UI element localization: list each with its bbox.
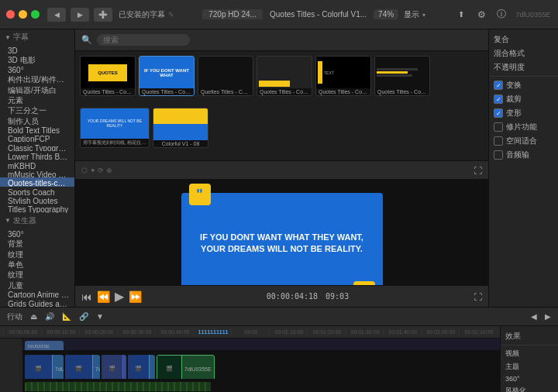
sidebar-item-titles-typo[interactable]: Titles Typography bbox=[0, 204, 74, 212]
info-icon[interactable]: ⓘ bbox=[494, 8, 509, 22]
video-clip-1[interactable]: 🎬 7dU03S5E bbox=[25, 355, 64, 380]
sidebar-item-credits[interactable]: 制作人员 bbox=[0, 115, 74, 125]
timeline-more-btn[interactable]: ▼ bbox=[94, 311, 106, 322]
timeline-audio-btn[interactable]: 🔊 bbox=[43, 311, 57, 322]
thumb-preview-06 bbox=[375, 57, 429, 88]
view-label[interactable]: 显示 bbox=[404, 10, 419, 19]
fullscreen-button[interactable]: ⛶ bbox=[474, 292, 482, 301]
title-clip-1[interactable]: 7dU03S5E bbox=[25, 341, 64, 351]
timeline-action-btn[interactable]: 行动 bbox=[5, 311, 25, 323]
sidebar-item-classic[interactable]: Classic Typography bbox=[0, 143, 74, 151]
thumbnail-06[interactable]: Quotes Titles - Colorful V1 - 06 bbox=[374, 56, 430, 96]
sidebar-item-kids[interactable]: 儿童 bbox=[0, 279, 74, 289]
settings-icon[interactable]: ⚙ bbox=[474, 8, 489, 22]
video-clip-2[interactable]: 🎬 7dU03S5E bbox=[65, 355, 100, 380]
maximize-button[interactable] bbox=[31, 10, 40, 19]
ruler-marks: 00:00:00:00 00:00:10:00 00:00:20:00 00:0… bbox=[3, 329, 497, 335]
quote-mark-top: " bbox=[189, 184, 211, 205]
step-forward-button[interactable]: ⏩ bbox=[129, 291, 142, 303]
search-input[interactable] bbox=[97, 34, 190, 46]
sidebar-item-mkbhd[interactable]: mKBHD bbox=[0, 160, 74, 169]
grade-checkbox[interactable] bbox=[494, 122, 503, 132]
browser-toolbar: 🔍 bbox=[75, 29, 488, 51]
clip-label-main: 7dlU0355E bbox=[182, 366, 214, 372]
bottom-main: 00:00:00:00 00:00:10:00 00:00:20:00 00:0… bbox=[0, 326, 558, 392]
timeline-nav-left[interactable]: ◀ bbox=[529, 311, 539, 322]
thumbnail-02[interactable]: IF YOU DONT WANT WHAT Quotes Titles - Co… bbox=[139, 56, 195, 96]
thumbnail-07[interactable]: YOUR DREAMS WILL NOT BE REALITY 用字幕预览到时间… bbox=[80, 108, 150, 148]
audio-checkbox[interactable] bbox=[494, 150, 503, 160]
right-item-transform[interactable]: 变换 bbox=[489, 78, 558, 92]
step-back-button[interactable]: ⏪ bbox=[97, 291, 110, 303]
browser-area: 🔍 QUOTES Quotes Titles - Colorful V1 - 0… bbox=[75, 29, 488, 161]
thumbnail-08[interactable]: Colorful V1 - 08 bbox=[153, 108, 208, 148]
right-item-grade[interactable]: 修片功能 bbox=[489, 120, 558, 134]
transform-checkbox[interactable] bbox=[494, 81, 503, 90]
right-item-blend[interactable]: 混合格式 bbox=[489, 46, 558, 60]
share-icon[interactable]: ⬆ bbox=[453, 8, 469, 22]
sidebar-item-mmusic[interactable]: mMusic Video Titles bbox=[0, 169, 74, 177]
effects-item-style[interactable]: 风格化 bbox=[501, 384, 558, 392]
sidebar-item-stylish[interactable]: Stylish Quotes bbox=[0, 195, 74, 204]
add-icon[interactable]: ✚ bbox=[94, 8, 112, 22]
sidebar-item-solid[interactable]: 单色 bbox=[0, 258, 74, 268]
top-right-icons: ⬆ ⚙ ⓘ 7dlU0355E bbox=[453, 8, 552, 22]
thumbnail-04[interactable]: Quotes Titles - Colorful V1 - 04 bbox=[257, 56, 312, 96]
effects-item-360[interactable]: 360° bbox=[501, 373, 558, 384]
audio-clip-1[interactable] bbox=[25, 382, 211, 392]
sidebar-item-360[interactable]: 360° bbox=[0, 64, 74, 73]
close-button[interactable] bbox=[6, 10, 15, 19]
sidebar-item-quotes-colorful[interactable]: Quotes-titles-colorful bbox=[0, 177, 74, 186]
sidebar-item-cartoon[interactable]: Cartoon Anime Liquid... bbox=[0, 289, 74, 297]
arrow-right-icon[interactable]: ▶ bbox=[71, 8, 89, 22]
sidebar-item-sports[interactable]: Sports Coach bbox=[0, 187, 74, 195]
play-button[interactable]: ▶ bbox=[115, 289, 124, 304]
timeline-nav-right[interactable]: ▶ bbox=[542, 311, 553, 322]
thumbnail-01[interactable]: QUOTES Quotes Titles - Colorful V1 - 01 bbox=[80, 56, 136, 96]
sidebar-item-texture1[interactable]: 纹理 bbox=[0, 248, 74, 258]
sidebar-section-titles[interactable]: ▼ 字幕 bbox=[0, 29, 74, 45]
minimize-button[interactable] bbox=[19, 10, 27, 19]
preview-zoom-icon[interactable]: ⛶ bbox=[474, 166, 482, 175]
right-item-audio[interactable]: 音频输 bbox=[489, 148, 558, 162]
right-item-opacity[interactable]: 不透明度 bbox=[489, 60, 558, 74]
sidebar-item-3d[interactable]: 3D bbox=[0, 45, 74, 53]
video-clip-3[interactable]: 🎬 bbox=[102, 355, 126, 380]
arrow-left-icon[interactable]: ◀ bbox=[47, 8, 66, 22]
thumb-label-01: Quotes Titles - Colorful V1 - 01 bbox=[81, 88, 135, 95]
sidebar-item-3d-movie[interactable]: 3D 电影 bbox=[0, 53, 74, 64]
right-item-distort[interactable]: 变形 bbox=[489, 106, 558, 120]
traffic-lights bbox=[6, 10, 40, 19]
view-dropdown-icon[interactable]: ▾ bbox=[422, 12, 425, 19]
timeline-layout-btn[interactable]: 📐 bbox=[60, 311, 74, 322]
crop-checkbox[interactable] bbox=[494, 95, 503, 104]
spatial-checkbox[interactable] bbox=[494, 136, 503, 146]
sidebar-item-texture2[interactable]: 纹理 bbox=[0, 268, 74, 278]
sidebar-item-gen-360[interactable]: 360° bbox=[0, 229, 74, 237]
sidebar-item-elements[interactable]: 元素 bbox=[0, 94, 74, 104]
video-clip-4[interactable]: 🎬 bbox=[128, 355, 155, 380]
sidebar-item-bold[interactable]: Bold Text Titles bbox=[0, 125, 74, 133]
sidebar-section-generator[interactable]: ▼ 发生器 bbox=[0, 213, 74, 229]
thumbnail-03[interactable]: Queltes Titles - Colorful V1 - 03 bbox=[198, 56, 253, 96]
timeline-link-btn[interactable]: 🔗 bbox=[77, 311, 91, 322]
effects-item-video[interactable]: 视频 bbox=[501, 347, 558, 360]
timeline-eject-btn[interactable]: ⏏ bbox=[28, 311, 40, 322]
thumbnail-05[interactable]: TEXT Quotes Titles - Colorful V1 - 05 bbox=[315, 56, 371, 96]
sidebar-item-lower-third[interactable]: 下三分之一 bbox=[0, 104, 74, 114]
sidebar-item-lower-business[interactable]: Lower Thirds Business bbox=[0, 151, 74, 160]
distort-checkbox[interactable] bbox=[494, 108, 503, 118]
sidebar-item-editor[interactable]: 编辑器/开场白 bbox=[0, 84, 74, 94]
timeline-effects-panel: 效果 视频 主题 360° 风格化 bbox=[500, 326, 558, 392]
right-item-spatial[interactable]: 空间适合 bbox=[489, 134, 558, 148]
sidebar-item-captionfcp[interactable]: CaptionFCP bbox=[0, 133, 74, 142]
right-item-crop[interactable]: 裁剪 bbox=[489, 92, 558, 106]
video-clip-main[interactable]: 🎬 7dlU0355E bbox=[157, 355, 215, 380]
right-item-composite[interactable]: 复合 bbox=[489, 33, 558, 46]
sidebar-item-background[interactable]: 背景 bbox=[0, 237, 74, 247]
ruler-mark-5: 1111111111 bbox=[193, 329, 231, 335]
effects-item-theme[interactable]: 主题 bbox=[501, 360, 558, 373]
goto-start-button[interactable]: ⏮ bbox=[81, 291, 92, 303]
sidebar-item-build[interactable]: 构件出现/构件消失 bbox=[0, 73, 74, 83]
sidebar-item-grids[interactable]: Grids Guides and Rulers bbox=[0, 298, 74, 307]
